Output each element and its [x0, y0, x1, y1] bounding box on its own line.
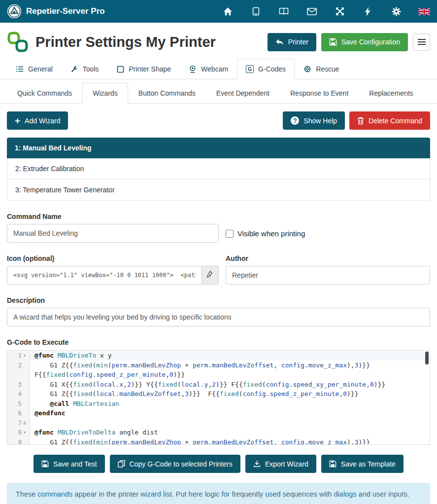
save-icon: [41, 460, 49, 468]
icon-label: Icon (optional): [7, 254, 219, 262]
subtab-quick-commands[interactable]: Quick Commands: [7, 83, 82, 104]
editor-gutter: 5: [7, 399, 30, 409]
visible-when-printing-row: Visible when printing: [226, 229, 430, 243]
gcode-to-execute-label: G-Code to Execute: [7, 338, 430, 346]
line-number: 7: [7, 418, 23, 428]
square-outline-icon: [117, 65, 125, 73]
mail-icon[interactable]: [306, 6, 318, 16]
wizard-toolbar: + Add Wizard ? Show Help Delete Command: [0, 104, 437, 130]
save-and-test-button[interactable]: Save and Test: [34, 455, 104, 473]
line-number: 3: [7, 380, 23, 390]
icon-edit-button[interactable]: [202, 266, 219, 285]
save-configuration-label: Save Configuration: [341, 38, 400, 46]
description-input[interactable]: [7, 308, 430, 326]
wizard-list: 1: Manual Bed Leveling 2: Extruder Calib…: [7, 138, 430, 201]
tab-webcam[interactable]: Webcam: [180, 59, 237, 79]
gear-icon[interactable]: [390, 6, 402, 16]
editor-line[interactable]: 6@endfunc: [7, 408, 430, 418]
description-label: Description: [7, 296, 430, 304]
list-item-temperature-tower[interactable]: 3: Temperature Tower Generator: [7, 180, 430, 201]
tab-general[interactable]: General: [7, 59, 62, 79]
author-input[interactable]: [226, 266, 430, 285]
editor-gutter: 9: [7, 437, 30, 445]
editor-line[interactable]: 3 G1 X{{fixed(local.x,2)}} Y{{fixed(loca…: [7, 380, 430, 390]
editor-gutter: 7ø: [7, 418, 30, 428]
subtab-wizards[interactable]: Wizards: [82, 83, 128, 104]
hamburger-menu-button[interactable]: [413, 34, 430, 51]
line-number: 6: [7, 408, 23, 418]
editor-line[interactable]: 9 G1 Z{{fixed(min(perm.manBedLevZhop + p…: [7, 437, 430, 445]
fold-marker-icon[interactable]: ▾: [23, 351, 29, 360]
app-logo-icon[interactable]: [7, 4, 22, 19]
tab-label: Tools: [83, 65, 99, 73]
editor-line[interactable]: 2 G1 Z{{fixed(min(perm.manBedLevZhop + p…: [7, 360, 430, 380]
tab-label: Rescue: [316, 65, 339, 73]
screen-icon[interactable]: [250, 6, 262, 16]
editor-line[interactable]: 1▾@func MBLDriveTo x y: [7, 351, 430, 360]
export-wizard-label: Export Wizard: [265, 460, 308, 468]
line-number: 8: [7, 428, 23, 437]
subtab-response-to-event[interactable]: Response to Event: [280, 83, 359, 104]
editor-gutter: 6: [7, 408, 30, 418]
printer-button-label: Printer: [288, 38, 308, 46]
wrench-icon: [70, 65, 78, 73]
fold-marker-icon[interactable]: ▾: [23, 428, 29, 437]
delete-command-button[interactable]: Delete Command: [349, 111, 430, 130]
show-help-button[interactable]: ? Show Help: [283, 111, 345, 130]
gcode-editor[interactable]: 1▾@func MBLDriveTo x y2 G1 Z{{fixed(min(…: [7, 350, 430, 445]
gcodes-sub-tabbar: Quick Commands Wizards Button Commands E…: [0, 83, 437, 104]
editor-line[interactable]: 7ø: [7, 418, 430, 428]
page-header: Printer Settings My Printer Printer Save…: [0, 23, 437, 59]
editor-gutter: 4: [7, 389, 30, 399]
command-name-input[interactable]: [7, 224, 219, 243]
export-wizard-button[interactable]: Export Wizard: [245, 455, 316, 473]
editor-gutter: 8▾: [7, 428, 30, 437]
fold-marker-icon: ø: [23, 418, 29, 428]
tab-tools[interactable]: Tools: [62, 59, 108, 79]
editor-line[interactable]: 5 @call MBLCartesian: [7, 399, 430, 409]
tab-gcodes[interactable]: G G-Codes: [237, 59, 295, 79]
tab-rescue[interactable]: Rescue: [295, 59, 348, 79]
editor-gutter: 2: [7, 360, 30, 380]
brand-title[interactable]: Repetier-Server Pro: [26, 6, 105, 16]
editor-line[interactable]: 4 G1 Z{{fixed(local.manBedLevZoffset,3)}…: [7, 389, 430, 399]
tab-label: General: [28, 65, 53, 73]
info-banner: These commands appear in the printer wiz…: [7, 483, 430, 504]
list-item-extruder-calibration[interactable]: 2: Extruder Calibration: [7, 158, 430, 180]
editor-gutter: 3: [7, 380, 30, 390]
show-help-label: Show Help: [303, 117, 337, 125]
save-as-template-button[interactable]: Save as Template: [321, 455, 403, 473]
copy-icon: [118, 460, 125, 468]
gcode-icon: G: [246, 65, 254, 73]
editor-scrollbar-thumb[interactable]: [425, 352, 429, 364]
expand-arrows-icon[interactable]: [334, 6, 346, 16]
bolt-icon[interactable]: [362, 6, 374, 16]
subtab-button-commands[interactable]: Button Commands: [128, 83, 206, 104]
visible-when-printing-label: Visible when printing: [237, 229, 305, 238]
add-wizard-button[interactable]: + Add Wizard: [7, 111, 68, 130]
home-icon[interactable]: [222, 6, 234, 16]
trash-icon: [357, 117, 364, 125]
tab-printer-shape[interactable]: Printer Shape: [108, 59, 180, 79]
subtab-event-dependent[interactable]: Event Dependent: [206, 83, 280, 104]
subtab-replacements[interactable]: Replacements: [359, 83, 424, 104]
editor-gutter: 1▾: [7, 351, 30, 360]
subtab-label: Replacements: [369, 89, 413, 97]
editor-line[interactable]: 8▾@func MBLDriveToDelta angle dist: [7, 428, 430, 437]
line-number: 9: [7, 437, 23, 445]
icon-svg-input[interactable]: [7, 266, 202, 285]
download-icon: [253, 460, 261, 468]
save-icon: [329, 38, 337, 46]
subtab-label: Response to Event: [290, 89, 348, 97]
copy-gcode-button[interactable]: Copy G-Code to selected Printers: [110, 455, 240, 473]
book-icon[interactable]: [278, 6, 290, 16]
visible-when-printing-checkbox[interactable]: [226, 230, 234, 238]
list-item-manual-bed-leveling[interactable]: 1: Manual Bed Leveling: [7, 138, 430, 158]
uk-flag-icon[interactable]: [418, 6, 430, 16]
wizard-action-buttons: Save and Test Copy G-Code to selected Pr…: [7, 455, 430, 473]
printer-button[interactable]: Printer: [268, 33, 316, 51]
subtab-label: Button Commands: [138, 89, 196, 97]
header-actions: Printer Save Configuration: [268, 33, 430, 51]
save-configuration-button-top[interactable]: Save Configuration: [321, 33, 408, 51]
line-number: 5: [7, 399, 23, 409]
